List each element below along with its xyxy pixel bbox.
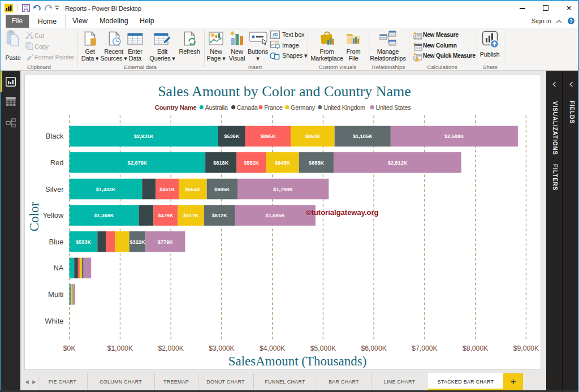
svg-text:$3,000K: $3,000K	[209, 344, 234, 352]
svg-text:$7,000K: $7,000K	[412, 344, 437, 352]
svg-text:Color: Color	[27, 201, 41, 231]
svg-text:Black: Black	[46, 132, 64, 140]
svg-text:$2,000K: $2,000K	[158, 344, 183, 352]
svg-text:$554K: $554K	[185, 187, 200, 192]
svg-text:$895K: $895K	[260, 133, 275, 139]
svg-text:$1,105K: $1,105K	[353, 133, 373, 139]
svg-text:$864K: $864K	[305, 133, 320, 139]
svg-text:$688K: $688K	[309, 160, 324, 166]
svg-text:$1,368K: $1,368K	[94, 213, 114, 218]
svg-text:Silver: Silver	[45, 185, 64, 193]
svg-text:$605K: $605K	[214, 187, 230, 192]
svg-text:$517K: $517K	[183, 213, 198, 218]
svg-text:$618K: $618K	[213, 160, 228, 166]
svg-text:Australia: Australia	[205, 104, 228, 111]
svg-text:Country Name: Country Name	[155, 104, 197, 111]
svg-text:$582K: $582K	[244, 160, 259, 166]
svg-text:$6,000K: $6,000K	[361, 344, 386, 352]
svg-text:Red: Red	[50, 158, 64, 167]
svg-text:$1,433K: $1,433K	[96, 187, 116, 192]
svg-text:$2,679K: $2,679K	[128, 160, 148, 166]
svg-text:$536K: $536K	[224, 133, 239, 139]
svg-text:$451K: $451K	[159, 187, 175, 192]
svg-text:Canada: Canada	[237, 104, 258, 111]
svg-text:$2,508K: $2,508K	[444, 133, 464, 139]
svg-text:White: White	[45, 317, 63, 325]
svg-text:$322K: $322K	[129, 239, 145, 245]
svg-text:Blue: Blue	[49, 238, 63, 246]
svg-text:Multi: Multi	[48, 290, 64, 299]
svg-text:Sales Amount by Color and Coun: Sales Amount by Color and Country Name	[158, 83, 411, 100]
svg-text:$1,000K: $1,000K	[107, 344, 133, 352]
svg-text:$4,000K: $4,000K	[260, 344, 285, 352]
svg-text:©tutorialgateway.org: ©tutorialgateway.org	[306, 208, 379, 217]
svg-text:$8,000K: $8,000K	[463, 344, 488, 352]
svg-text:United States: United States	[375, 104, 411, 111]
svg-text:France: France	[264, 104, 283, 111]
svg-text:$5,000K: $5,000K	[310, 344, 336, 352]
svg-text:United Kingdom: United Kingdom	[323, 104, 365, 111]
svg-text:$1,585K: $1,585K	[266, 213, 286, 218]
svg-text:$2,931K: $2,931K	[134, 133, 154, 139]
svg-text:SalesAmount (Thousands): SalesAmount (Thousands)	[228, 354, 367, 368]
svg-text:$479K: $479K	[158, 213, 173, 218]
svg-text:Yellow: Yellow	[42, 211, 64, 219]
svg-text:NA: NA	[53, 264, 63, 272]
svg-text:$645K: $645K	[275, 160, 290, 166]
svg-text:Germany: Germany	[291, 104, 316, 111]
svg-text:$1,798K: $1,798K	[273, 187, 293, 192]
svg-text:A: A	[273, 32, 276, 37]
svg-text:$612K: $612K	[212, 213, 227, 218]
svg-text:$2,512K: $2,512K	[388, 160, 408, 166]
svg-text:$9,000K: $9,000K	[513, 344, 539, 352]
svg-text:$779K: $779K	[158, 239, 173, 245]
svg-text:$553K: $553K	[76, 239, 91, 245]
svg-text:$0K: $0K	[63, 344, 76, 352]
